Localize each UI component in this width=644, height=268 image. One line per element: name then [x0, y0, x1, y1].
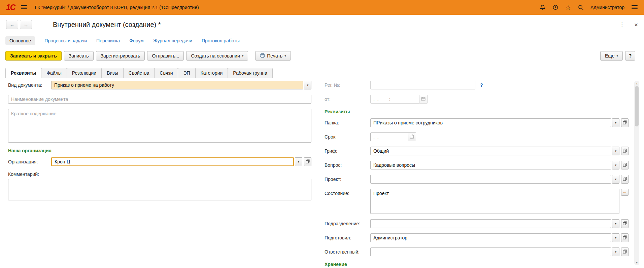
- forward-button[interactable]: →: [20, 20, 32, 29]
- nav-item-transfer-log[interactable]: Журнал передачи: [153, 38, 192, 43]
- tab-signature[interactable]: ЭП: [178, 68, 195, 78]
- responsible-input[interactable]: [370, 247, 611, 256]
- tab-files[interactable]: Файлы: [41, 68, 67, 78]
- project-input[interactable]: [370, 175, 611, 184]
- save-button[interactable]: Записать: [64, 51, 94, 61]
- stamp-open-button[interactable]: [621, 147, 629, 155]
- responsible-label: Ответственный:: [325, 249, 370, 255]
- prepared-by-dropdown-button[interactable]: ▾: [612, 233, 619, 242]
- history-nav-buttons: ← →: [6, 20, 32, 29]
- scroll-up-icon[interactable]: ▲: [634, 81, 639, 86]
- chevron-down-icon: ▾: [298, 160, 300, 163]
- notifications-bell-icon[interactable]: [540, 4, 546, 10]
- reg-number-label: Рег. №:: [325, 82, 370, 88]
- hamburger-icon: [21, 4, 27, 11]
- tab-requisites[interactable]: Реквизиты: [5, 68, 41, 78]
- chevron-down-icon: ▾: [615, 163, 617, 167]
- help-button[interactable]: ?: [625, 51, 635, 61]
- folder-input[interactable]: [370, 118, 611, 127]
- create-based-on-label: Создать на основании: [191, 53, 240, 59]
- stamp-dropdown-button[interactable]: ▾: [612, 147, 619, 155]
- doc-name-input[interactable]: [8, 95, 311, 104]
- department-open-button[interactable]: [621, 219, 629, 228]
- reg-number-input[interactable]: [370, 81, 475, 89]
- favorites-star-icon[interactable]: ☆: [565, 4, 571, 11]
- comment-textarea[interactable]: [8, 179, 311, 200]
- vertical-scrollbar[interactable]: ▲ ▼: [634, 81, 639, 265]
- responsible-open-button[interactable]: [621, 247, 629, 256]
- department-input[interactable]: [370, 219, 611, 228]
- 1c-logo[interactable]: 1С: [6, 3, 15, 12]
- nav-item-forum[interactable]: Форум: [129, 38, 144, 43]
- nav-item-correspondence[interactable]: Переписка: [96, 38, 120, 43]
- tab-working-group[interactable]: Рабочая группа: [228, 68, 272, 78]
- send-button[interactable]: Отправить...: [147, 51, 184, 61]
- reg-date-group: [370, 95, 428, 104]
- left-column: Вид документа: ▾ Наша организация Органи…: [8, 81, 311, 200]
- register-button[interactable]: Зарегистрировать: [96, 51, 145, 61]
- nav-item-work-protocol[interactable]: Протокол работы: [202, 38, 240, 43]
- due-date-calendar-button[interactable]: [408, 132, 416, 141]
- scrollbar-thumb[interactable]: [635, 86, 639, 126]
- summary-textarea[interactable]: [8, 109, 311, 143]
- search-icon[interactable]: [578, 4, 584, 10]
- window-more-icon[interactable]: ⋮: [619, 21, 625, 28]
- print-button[interactable]: Печать ▾: [255, 51, 291, 61]
- folder-dropdown-button[interactable]: ▾: [612, 118, 619, 127]
- prepared-by-label: Подготовил:: [325, 235, 370, 240]
- more-button[interactable]: Еще ▾: [600, 51, 623, 61]
- organization-open-button[interactable]: [304, 157, 311, 166]
- nav-item-processes[interactable]: Процессы и задачи: [44, 38, 87, 43]
- prepared-by-open-button[interactable]: [621, 233, 629, 242]
- save-and-close-button[interactable]: Записать и закрыть: [5, 51, 62, 61]
- question-open-button[interactable]: [621, 161, 629, 169]
- back-button[interactable]: ←: [6, 20, 18, 29]
- tab-resolutions[interactable]: Резолюции: [67, 68, 102, 78]
- folder-row: Папка: ▾: [325, 118, 629, 127]
- nav-item-main[interactable]: Основное: [5, 36, 35, 45]
- doc-type-input[interactable]: [51, 81, 303, 89]
- folder-open-button[interactable]: [621, 118, 629, 127]
- help-link[interactable]: ?: [480, 82, 483, 88]
- open-in-window-icon: [623, 177, 627, 182]
- main-menu-icon[interactable]: [21, 4, 27, 11]
- due-date-input[interactable]: [370, 132, 408, 141]
- responsible-dropdown-button[interactable]: ▾: [612, 247, 619, 256]
- chevron-down-icon: ▾: [616, 54, 618, 58]
- state-textbox[interactable]: Проект: [370, 189, 619, 214]
- organization-input[interactable]: [51, 157, 294, 166]
- question-input[interactable]: [370, 161, 611, 169]
- service-menu-icon[interactable]: [631, 4, 638, 11]
- print-label: Печать: [267, 53, 282, 59]
- reg-date-calendar-button[interactable]: [419, 95, 428, 104]
- window-controls: ⋮ ×: [619, 21, 638, 28]
- state-ellipsis-button[interactable]: ...: [621, 189, 629, 196]
- back-arrow-icon: ←: [10, 22, 15, 28]
- reg-date-label: от:: [325, 97, 370, 102]
- create-based-on-button[interactable]: Создать на основании ▾: [186, 51, 248, 61]
- stamp-input[interactable]: [370, 147, 611, 155]
- current-user[interactable]: Администратор: [590, 5, 624, 10]
- tab-categories[interactable]: Категории: [195, 68, 228, 78]
- tab-properties[interactable]: Свойства: [123, 68, 155, 78]
- department-dropdown-button[interactable]: ▾: [612, 219, 619, 228]
- history-icon[interactable]: [552, 4, 558, 10]
- app-title: ГК "Меркурий" / Документооборот 8 КОРП, …: [35, 5, 199, 10]
- question-label: Вопрос:: [325, 162, 370, 168]
- scroll-down-icon[interactable]: ▼: [634, 260, 639, 265]
- project-dropdown-button[interactable]: ▾: [612, 175, 619, 184]
- state-label: Состояние:: [325, 189, 370, 196]
- tab-visas[interactable]: Визы: [101, 68, 124, 78]
- chevron-down-icon: ▾: [615, 121, 617, 124]
- scrollbar-track[interactable]: [634, 86, 639, 260]
- question-row: Вопрос: ▾: [325, 161, 629, 169]
- window-close-icon[interactable]: ×: [634, 22, 638, 28]
- tab-links[interactable]: Связи: [154, 68, 178, 78]
- doc-type-dropdown-button[interactable]: ▾: [304, 81, 311, 89]
- question-dropdown-button[interactable]: ▾: [612, 161, 619, 169]
- reg-date-input[interactable]: [370, 95, 419, 104]
- organization-dropdown-button[interactable]: ▾: [295, 157, 302, 166]
- project-open-button[interactable]: [621, 175, 629, 184]
- chevron-down-icon: ▾: [615, 178, 617, 181]
- prepared-by-input[interactable]: [370, 233, 611, 242]
